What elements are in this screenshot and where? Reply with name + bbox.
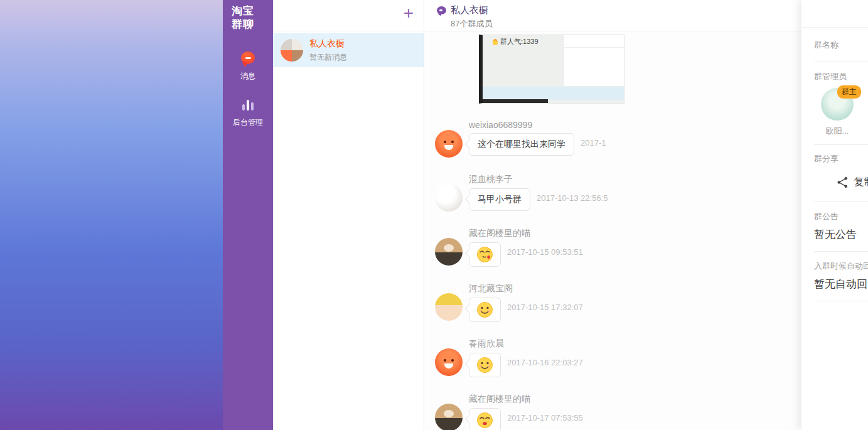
group-name-label: 群名称	[814, 40, 868, 51]
message-row: 藏在阁楼里的喵	[435, 228, 850, 267]
owner-badge: 群主	[837, 85, 861, 99]
message-sender: 春雨欣晨	[469, 338, 850, 350]
copy-group-link-button[interactable]: 复制群链接	[814, 176, 868, 189]
chat-header: 私人衣橱 87个群成员	[424, 0, 850, 31]
share-icon	[837, 176, 849, 188]
sidebar-item-label: 后台管理	[223, 117, 273, 128]
group-autoreply-row[interactable]: 入群时候自动回复语 暂无自动回复语	[814, 252, 868, 301]
message-timestamp: 2017-10-16 22:03:27	[507, 358, 583, 367]
avatar[interactable]	[435, 404, 463, 430]
smile-emoji-icon	[476, 301, 493, 318]
admin-item[interactable]: 群主 欧阳...	[820, 88, 855, 137]
message-sender: weixiao6689999	[469, 120, 850, 130]
emoji-message-bubble	[469, 353, 501, 377]
chat-title: 私人衣橱	[451, 4, 488, 16]
message-sender: 藏在阁楼里的喵	[469, 228, 850, 239]
message-row: 混血桃李子 马甲小号群 2017-10-13 22:56:5	[435, 174, 850, 212]
message-row: weixiao6689999 这个在哪里找出来同学 2017-1	[435, 120, 850, 158]
settings-title: 群组设置	[801, 0, 868, 28]
emoji-message-bubble	[469, 408, 501, 430]
avatar[interactable]	[435, 348, 463, 376]
group-announcement-row[interactable]: 群公告 暂无公告	[814, 202, 868, 252]
message-row: 藏在阁楼里的喵 2017-10-17 07:53:55	[435, 394, 850, 430]
sidebar: 淘宝 群聊 消息 后台管理	[223, 0, 273, 430]
group-avatar	[281, 39, 303, 62]
copy-group-link-label: 复制群链接	[854, 176, 868, 189]
avatar[interactable]	[435, 238, 463, 266]
message-bubble: 这个在哪里找出来同学	[469, 133, 574, 156]
group-share-label: 群分享	[814, 154, 839, 163]
sidebar-item-admin[interactable]: 后台管理	[223, 100, 273, 128]
taobao-group-chat-window: 淘宝 群聊 消息 后台管理 + 私人衣橱 暂无新消息	[223, 0, 850, 430]
image-blue-strip	[483, 87, 624, 100]
image-caption: 群人气:1339	[493, 37, 538, 46]
image-detail-block	[564, 35, 624, 86]
emoji-message-bubble	[469, 298, 501, 322]
bar-chart-icon	[242, 100, 254, 110]
admin-name: 欧阳...	[820, 126, 855, 137]
group-admins-row: 群管理员 群主 欧阳... pyra... 浪哥	[814, 62, 868, 145]
group-announcement-label: 群公告	[814, 212, 839, 221]
kiss-emoji-icon	[476, 412, 493, 429]
chat-bubble-icon	[241, 51, 255, 64]
emoji-message-bubble	[469, 242, 501, 267]
chat-list-item[interactable]: 私人衣橱 暂无新消息	[273, 33, 424, 67]
chat-item-info: 私人衣橱 暂无新消息	[309, 38, 347, 63]
app-title-line2: 群聊	[232, 18, 273, 31]
image-message[interactable]: 群人气:1339	[479, 35, 624, 104]
message-sender: 河北藏宝阁	[469, 283, 850, 294]
image-dark-bar	[483, 99, 548, 103]
app-title: 淘宝 群聊	[223, 0, 273, 31]
smile-emoji-icon	[476, 357, 493, 374]
avatar[interactable]	[435, 293, 463, 321]
group-settings-panel: 群组设置 群名称 私人衣橱 群管理员 群主 欧阳...	[801, 0, 868, 430]
app-title-line1: 淘宝	[232, 4, 273, 18]
message-timestamp: 2017-10-15 17:32:07	[507, 303, 583, 312]
chat-list-header: +	[273, 0, 424, 31]
image-caption-text: 群人气:1339	[500, 37, 538, 46]
message-list[interactable]: 群人气:1339 weixiao6689999 这个在哪里找出来同学 2017-…	[424, 31, 850, 430]
avatar[interactable]	[435, 184, 463, 212]
chat-item-status: 暂无新消息	[309, 52, 347, 63]
message-timestamp: 2017-10-13 22:56:5	[537, 193, 608, 203]
chat-member-count: 87个群成员	[451, 18, 850, 30]
chat-panel: 私人衣橱 87个群成员 群人气:1339 weixiao6689999 这	[424, 0, 850, 430]
chat-item-name: 私人衣橱	[309, 38, 347, 50]
kiss-heart-emoji-icon	[476, 246, 493, 263]
message-timestamp: 2017-10-17 07:53:55	[507, 413, 583, 422]
avatar[interactable]	[435, 130, 463, 158]
flame-icon	[493, 39, 498, 45]
sidebar-item-messages[interactable]: 消息	[223, 51, 273, 82]
group-autoreply-label: 入群时候自动回复语	[814, 261, 868, 271]
chat-list-panel: + 私人衣橱 暂无新消息	[273, 0, 424, 430]
settings-header: 群组设置	[801, 0, 868, 28]
message-row: 春雨欣晨 2017-10-16 22:03:27	[435, 338, 850, 377]
sidebar-item-label: 消息	[223, 71, 273, 82]
message-timestamp: 2017-1	[581, 138, 606, 148]
message-row: 河北藏宝阁 2017-10-15 17:32:07	[435, 283, 850, 322]
group-share-row: 群分享 复制群链接	[814, 145, 868, 202]
group-announcement-value: 暂无公告	[814, 227, 868, 242]
message-timestamp: 2017-10-15 09:53:51	[507, 247, 583, 257]
group-name-row[interactable]: 群名称 私人衣橱	[814, 28, 868, 62]
group-autoreply-value: 暂无自动回复语	[814, 277, 868, 291]
group-chat-bubble-icon	[437, 6, 446, 14]
message-sender: 混血桃李子	[469, 174, 850, 185]
message-sender: 藏在阁楼里的喵	[469, 394, 850, 405]
sidebar-nav: 消息 后台管理	[223, 51, 273, 128]
add-group-button[interactable]: +	[404, 3, 414, 24]
group-admins-label: 群管理员	[814, 72, 847, 81]
message-bubble: 马甲小号群	[469, 188, 530, 211]
